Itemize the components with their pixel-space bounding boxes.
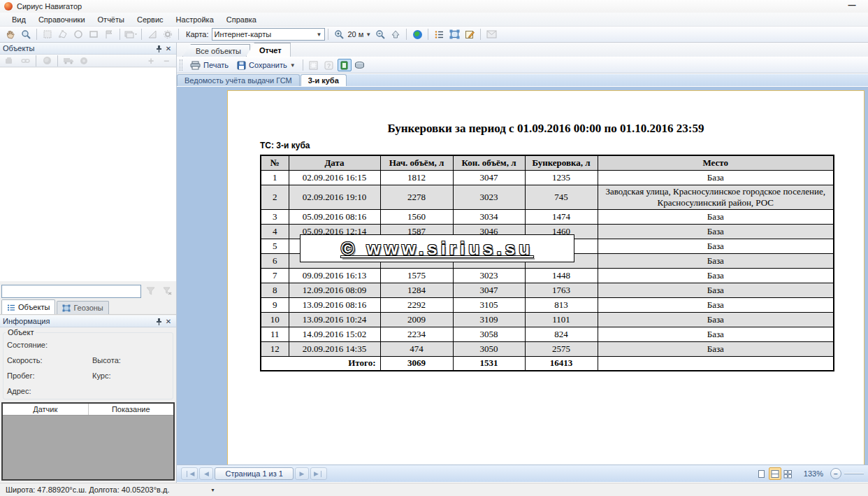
save-button[interactable]: Сохранить ▼ bbox=[233, 59, 300, 71]
tab-all-objects[interactable]: Все объекты bbox=[182, 44, 250, 57]
report-nav-bar: ❘◀ ◀ Страница 1 из 1 ▶ ▶❘ 133% − bbox=[177, 465, 868, 482]
zoom-out-icon[interactable] bbox=[373, 28, 387, 41]
report-cell: 9 bbox=[261, 297, 289, 312]
zoom-out-button[interactable]: − bbox=[830, 468, 841, 479]
last-page-button[interactable]: ▶❘ bbox=[310, 467, 327, 480]
menu-item-1[interactable]: Справочники bbox=[32, 14, 92, 25]
printer-icon bbox=[190, 61, 201, 70]
scale-dropdown[interactable]: 20 м ▼ bbox=[348, 30, 372, 38]
menu-item-5[interactable]: Справка bbox=[220, 14, 263, 25]
pin-icon[interactable] bbox=[154, 44, 164, 53]
report-table-header-row: №ДатаНач. объём, лКон. объём, лБункеровк… bbox=[261, 155, 834, 170]
report-cell: 3 bbox=[261, 209, 289, 224]
close-icon[interactable]: ✕ bbox=[164, 317, 173, 326]
add-group-icon[interactable] bbox=[3, 55, 17, 67]
geo-point-icon[interactable] bbox=[77, 55, 91, 67]
preview-book-icon[interactable] bbox=[338, 59, 352, 71]
report-subtitle: ТС: 3-и куба bbox=[260, 141, 310, 150]
select-area-icon[interactable] bbox=[41, 28, 55, 41]
selection-frame-icon[interactable] bbox=[447, 28, 461, 41]
objects-toolbar: + − bbox=[0, 55, 176, 67]
flag-tool-icon[interactable] bbox=[102, 28, 116, 41]
tab-geozones[interactable]: Геозоны bbox=[57, 301, 108, 314]
report-cell: 2009 bbox=[380, 312, 453, 327]
next-page-button[interactable]: ▶ bbox=[295, 467, 309, 480]
menu-item-4[interactable]: Настройка bbox=[170, 14, 220, 25]
totals-value: 1531 bbox=[453, 356, 525, 371]
prev-page-button[interactable]: ◀ bbox=[199, 467, 213, 480]
help-icon[interactable]: ? bbox=[322, 59, 336, 71]
report-cell: 1575 bbox=[380, 268, 453, 283]
home-view-icon[interactable] bbox=[389, 28, 403, 41]
menu-item-2[interactable]: Отчёты bbox=[92, 14, 131, 25]
tab-objects[interactable]: Объекты bbox=[1, 299, 55, 314]
tab-3i-kuba[interactable]: 3-и куба bbox=[301, 74, 347, 86]
measure-icon[interactable] bbox=[145, 28, 159, 41]
sensors-col-value[interactable]: Показание bbox=[89, 404, 174, 415]
fit-width-view-icon[interactable] bbox=[769, 467, 781, 480]
clear-filter-icon[interactable] bbox=[160, 285, 174, 297]
search-input[interactable] bbox=[1, 285, 141, 298]
truck-icon[interactable] bbox=[62, 55, 75, 67]
report-cell: 14.09.2016 15:02 bbox=[289, 327, 380, 341]
height-label: Высота: bbox=[92, 356, 121, 364]
tab-report[interactable]: Отчет bbox=[246, 43, 291, 57]
report-cell: 8 bbox=[261, 283, 289, 297]
circle-tool-icon[interactable] bbox=[71, 28, 85, 41]
menu-item-3[interactable]: Сервис bbox=[131, 14, 170, 25]
menu-item-0[interactable]: Вид bbox=[6, 14, 32, 25]
watermark: © www.sirius.su bbox=[300, 234, 574, 262]
filter-icon[interactable] bbox=[143, 285, 157, 297]
collapse-all-icon[interactable]: − bbox=[159, 55, 173, 67]
state-label: Состояние: bbox=[7, 341, 48, 349]
report-cell: База bbox=[598, 170, 834, 185]
report-cell: 02.09.2016 16:15 bbox=[289, 170, 380, 185]
map-combobox[interactable]: Интернет-карты ▼ bbox=[212, 28, 325, 41]
mail-icon[interactable] bbox=[484, 28, 498, 41]
tab-gsm-report[interactable]: Ведомость учёта выдачи ГСМ bbox=[177, 74, 300, 86]
page-setup-icon[interactable] bbox=[307, 59, 321, 71]
totals-place-empty bbox=[598, 356, 834, 371]
totals-value: 3069 bbox=[380, 356, 453, 371]
pan-hand-icon[interactable] bbox=[3, 28, 17, 41]
settings-gear-icon[interactable] bbox=[161, 28, 175, 41]
single-page-view-icon[interactable] bbox=[755, 467, 768, 480]
multi-page-view-icon[interactable] bbox=[782, 467, 795, 480]
report-cell: 2 bbox=[261, 185, 289, 209]
first-page-button[interactable]: ❘◀ bbox=[181, 467, 198, 480]
edit-polygon-icon[interactable] bbox=[56, 28, 70, 41]
globe-icon[interactable] bbox=[410, 28, 424, 41]
rectangle-tool-icon[interactable] bbox=[87, 28, 101, 41]
object-group-label: Объект bbox=[6, 328, 36, 336]
report-cell: База bbox=[598, 224, 834, 239]
report-cell: 2234 bbox=[380, 327, 453, 341]
report-cell: 1474 bbox=[525, 209, 598, 224]
link-icon[interactable] bbox=[18, 55, 32, 67]
objects-list[interactable] bbox=[0, 68, 176, 281]
report-cell: 3050 bbox=[453, 341, 525, 356]
export-icon[interactable] bbox=[353, 59, 367, 71]
edit-note-icon[interactable] bbox=[463, 28, 477, 41]
report-col-header: Кон. объём, л bbox=[453, 155, 525, 170]
legend-list-icon[interactable] bbox=[432, 28, 446, 41]
close-icon[interactable]: ✕ bbox=[164, 44, 173, 53]
expand-all-icon[interactable]: + bbox=[144, 55, 158, 67]
chevron-down-icon[interactable]: ▾ bbox=[211, 487, 214, 493]
report-cell: 7 bbox=[261, 268, 289, 283]
zoom-select-icon[interactable] bbox=[19, 28, 33, 41]
zoom-in-icon[interactable] bbox=[332, 28, 346, 41]
minimize-button[interactable]: — bbox=[846, 1, 858, 10]
report-cell: 05.09.2016 08:16 bbox=[289, 209, 380, 224]
zoom-slider[interactable] bbox=[844, 473, 864, 474]
globe-small-icon[interactable] bbox=[40, 55, 54, 67]
map-combobox-value: Интернет-карты bbox=[215, 30, 272, 38]
report-table-row: 102.09.2016 16:15181230471235База bbox=[261, 170, 834, 185]
report-cell: 1448 bbox=[525, 268, 598, 283]
print-button[interactable]: Печать bbox=[186, 59, 233, 71]
report-cell: 1812 bbox=[380, 170, 453, 185]
sensors-col-sensor[interactable]: Датчик bbox=[3, 404, 89, 415]
zoom-percentage: 133% bbox=[804, 469, 823, 478]
totals-value: 16413 bbox=[525, 356, 598, 371]
pin-icon[interactable] bbox=[154, 317, 164, 326]
layers-icon[interactable] bbox=[124, 28, 138, 41]
